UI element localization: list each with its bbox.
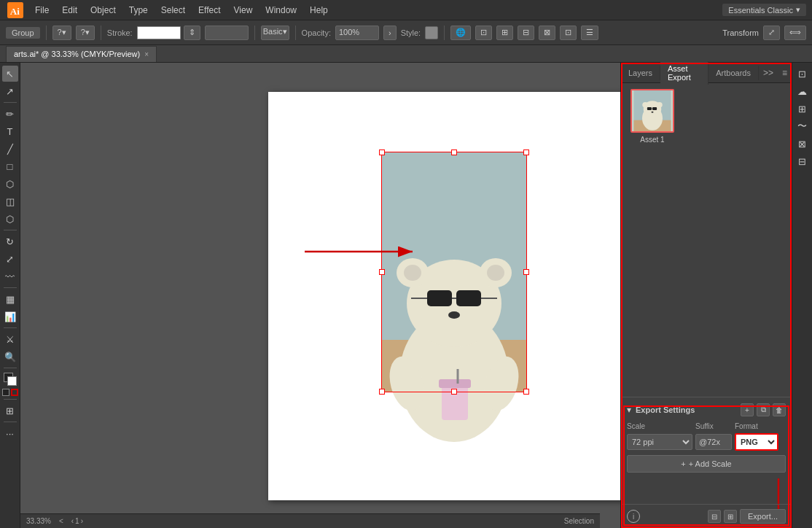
opacity-arrow[interactable]: › bbox=[383, 26, 397, 40]
workspace-selector[interactable]: Essentials Classic ▾ bbox=[722, 4, 806, 16]
color-swatches[interactable] bbox=[2, 371, 18, 387]
toolbar-q2[interactable]: ?▾ bbox=[76, 26, 95, 40]
tool-gradient[interactable]: ◫ bbox=[2, 193, 18, 209]
stroke-color[interactable] bbox=[11, 389, 18, 396]
tool-divider-1 bbox=[4, 102, 17, 103]
opacity-input[interactable]: 100% bbox=[335, 26, 379, 40]
toolbar-divider-4 bbox=[295, 26, 296, 40]
format-select[interactable]: PNG SVG JPG PDF bbox=[735, 433, 778, 451]
menu-window[interactable]: Window bbox=[259, 4, 302, 17]
panel-menu-btn[interactable]: ≡ bbox=[778, 65, 792, 81]
stroke-weight-input[interactable] bbox=[205, 26, 249, 40]
menu-file[interactable]: File bbox=[29, 4, 55, 17]
tool-column[interactable]: ▦ bbox=[2, 291, 18, 307]
tool-selection[interactable]: ↖ bbox=[2, 66, 18, 82]
export-button[interactable]: Export... bbox=[740, 509, 786, 524]
toolbar-align6[interactable]: ☰ bbox=[581, 26, 598, 40]
info-button[interactable]: i bbox=[627, 510, 640, 523]
panel-more-btn[interactable]: >> bbox=[759, 65, 778, 81]
doc-tab[interactable]: arts.ai* @ 33.33% (CMYK/Preview) × bbox=[6, 46, 157, 62]
canvas-area[interactable]: 33.33% < ‹ 1 › Selection bbox=[20, 63, 620, 528]
panel-tab-layers[interactable]: Layers bbox=[621, 66, 660, 80]
prev-artboard[interactable]: < bbox=[57, 517, 66, 525]
scale-row-1: 72 ppi PNG SVG JPG PDF bbox=[627, 433, 786, 451]
right-properties[interactable]: ⊡ bbox=[795, 66, 811, 82]
handle-tl[interactable] bbox=[379, 150, 385, 155]
scale-select[interactable]: 72 ppi bbox=[627, 434, 692, 450]
right-artboards[interactable]: ⊟ bbox=[795, 153, 811, 169]
add-scale-button[interactable]: + + Add Scale bbox=[627, 455, 786, 473]
tool-rotate[interactable]: ↻ bbox=[2, 233, 18, 249]
stroke-style-select[interactable]: Basic▾ bbox=[261, 26, 289, 40]
export-duplicate-btn[interactable]: ⧉ bbox=[757, 403, 770, 416]
tool-zoom[interactable]: 🔍 bbox=[2, 349, 18, 365]
right-symbols[interactable]: ⊠ bbox=[795, 136, 811, 152]
artboard-num: 1 bbox=[75, 517, 79, 525]
tool-direct-selection[interactable]: ↗ bbox=[2, 83, 18, 99]
right-swatches[interactable]: ⊞ bbox=[795, 101, 811, 117]
tool-divider-7 bbox=[4, 422, 17, 422]
right-libraries[interactable]: ☁ bbox=[795, 83, 811, 99]
toolbar-transform2[interactable]: ⟺ bbox=[784, 26, 806, 40]
tool-warp[interactable]: 〰 bbox=[2, 268, 18, 284]
suffix-input[interactable] bbox=[695, 434, 732, 450]
toolbar-q1[interactable]: ?▾ bbox=[52, 26, 71, 40]
panel-tab-asset-export[interactable]: Asset Export bbox=[660, 61, 708, 85]
tool-shape[interactable]: □ bbox=[2, 158, 18, 174]
toolbar-align3[interactable]: ⊟ bbox=[518, 26, 534, 40]
stroke-arrows[interactable]: ⇕ bbox=[184, 26, 200, 40]
tab-close[interactable]: × bbox=[144, 50, 149, 58]
tool-pen[interactable]: ✏ bbox=[2, 106, 18, 122]
tool-bar-chart[interactable]: 📊 bbox=[2, 308, 18, 325]
toolbar-transform1[interactable]: ⤢ bbox=[763, 26, 780, 40]
asset-item-1[interactable]: Asset 1 bbox=[627, 89, 678, 144]
asset-area: Asset 1 bbox=[621, 83, 792, 397]
toolbar-align1[interactable]: ⊡ bbox=[475, 26, 492, 40]
tool-line[interactable]: ╱ bbox=[2, 141, 18, 157]
menu-effect[interactable]: Effect bbox=[192, 4, 226, 17]
artboard-arrow-left[interactable]: ‹ bbox=[71, 517, 74, 525]
tool-more[interactable]: ··· bbox=[2, 425, 18, 441]
artboard-arrow-right[interactable]: › bbox=[81, 517, 83, 525]
tab-title: arts.ai* @ 33.33% (CMYK/Preview) bbox=[14, 50, 140, 58]
toolbar-align2[interactable]: ⊞ bbox=[496, 26, 513, 40]
toolbar-divider-2 bbox=[101, 26, 101, 40]
menu-view[interactable]: View bbox=[228, 4, 259, 17]
tool-divider-2 bbox=[4, 230, 17, 230]
handle-bl[interactable] bbox=[379, 389, 385, 395]
footer-icon1[interactable]: ⊟ bbox=[708, 510, 721, 523]
right-brushes[interactable]: 〜 bbox=[795, 118, 811, 134]
panel-tab-artboards[interactable]: Artboards bbox=[708, 66, 759, 80]
menu-edit[interactable]: Edit bbox=[56, 4, 83, 17]
handle-tr[interactable] bbox=[523, 150, 529, 155]
tool-scale[interactable]: ⤢ bbox=[2, 251, 18, 267]
menu-select[interactable]: Select bbox=[155, 4, 191, 17]
tab-bar: arts.ai* @ 33.33% (CMYK/Preview) × bbox=[0, 45, 812, 63]
export-delete-btn[interactable]: 🗑 bbox=[773, 403, 786, 416]
toolbar-align4[interactable]: ⊠ bbox=[539, 26, 555, 40]
tool-blend[interactable]: ⬡ bbox=[2, 211, 18, 227]
toolbar-globe-btn[interactable]: 🌐 bbox=[450, 26, 471, 40]
tool-paint[interactable]: ⬡ bbox=[2, 176, 18, 192]
handle-mr[interactable] bbox=[523, 269, 529, 275]
panel-tabs: Layers Asset Export Artboards >> ≡ bbox=[621, 63, 792, 83]
style-swatch[interactable] bbox=[425, 26, 438, 39]
tool-artboard[interactable]: ⊞ bbox=[2, 403, 18, 419]
handle-tm[interactable] bbox=[451, 150, 457, 155]
menu-help[interactable]: Help bbox=[304, 4, 334, 17]
main-area: ↖ ↗ ✏ T ╱ □ ⬡ ◫ ⬡ ↻ ⤢ 〰 ▦ 📊 ⚔ 🔍 ⊞ ··· bbox=[0, 63, 812, 528]
asset-label-1: Asset 1 bbox=[640, 136, 664, 144]
fill-stroke-mini bbox=[2, 389, 18, 396]
handle-ml[interactable] bbox=[379, 269, 385, 275]
toolbar-align5[interactable]: ⊡ bbox=[560, 26, 577, 40]
fill-none[interactable] bbox=[2, 389, 9, 396]
handle-bm[interactable] bbox=[451, 389, 457, 395]
tool-slice[interactable]: ⚔ bbox=[2, 331, 18, 347]
handle-br[interactable] bbox=[523, 389, 529, 395]
menu-object[interactable]: Object bbox=[85, 4, 122, 17]
tool-type[interactable]: T bbox=[2, 123, 18, 139]
export-add-btn[interactable]: + bbox=[741, 403, 754, 416]
menu-type[interactable]: Type bbox=[123, 4, 154, 17]
footer-icon2[interactable]: ⊞ bbox=[724, 510, 737, 523]
workspace-label: Essentials Classic bbox=[728, 6, 793, 15]
